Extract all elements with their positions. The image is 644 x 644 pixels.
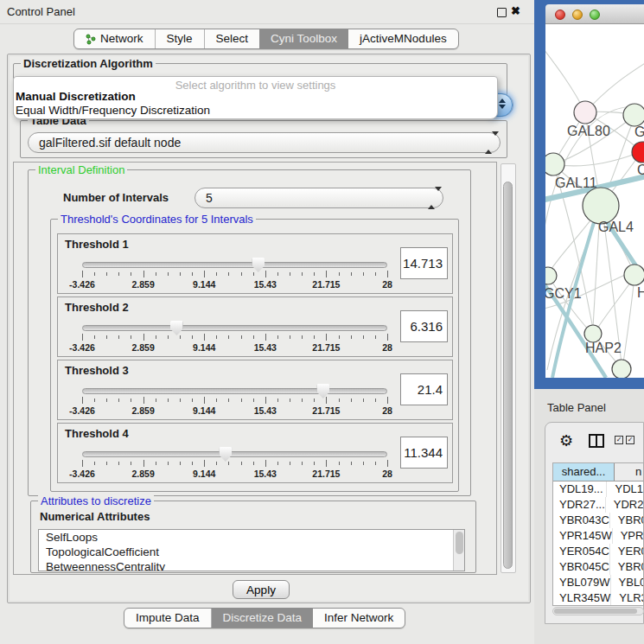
tick-mark	[387, 334, 388, 341]
threshold-slider[interactable]: -3.4262.8599.14415.4321.71528	[82, 322, 387, 354]
tick-mark	[339, 399, 340, 402]
attributes-listbox[interactable]: SelfLoopsTopologicalCoefficientBetweenne…	[38, 529, 465, 571]
tab-network[interactable]: Network	[74, 29, 156, 48]
threshold-value[interactable]: 11.344	[400, 437, 448, 469]
tab-style[interactable]: Style	[156, 29, 205, 48]
network-node[interactable]	[545, 153, 564, 175]
scale-label: 21.715	[312, 469, 340, 479]
slider-track[interactable]	[82, 451, 387, 457]
column-header-shared[interactable]: shared...	[553, 463, 615, 481]
cell-name[interactable]: YER0	[610, 544, 644, 559]
table-row[interactable]: YBR045CYBR0	[553, 559, 643, 575]
table-row[interactable]: YBL079WYBL0	[553, 575, 643, 590]
checkbox-icon[interactable]: ✓	[626, 436, 634, 444]
float-window-icon[interactable]	[497, 8, 507, 17]
algorithm-option[interactable]: Manual Discretization	[14, 90, 497, 104]
zoom-traffic-light[interactable]	[590, 10, 600, 20]
tick-mark	[339, 462, 340, 465]
attribute-item[interactable]: SelfLoops	[39, 530, 464, 545]
threshold-slider[interactable]: -3.4262.8599.14415.4321.71528	[82, 448, 387, 481]
tick-mark	[94, 272, 95, 276]
tab-select[interactable]: Select	[205, 29, 260, 48]
table-row[interactable]: YBR043CYBR0	[553, 513, 643, 528]
tick-mark	[82, 334, 83, 341]
network-node[interactable]	[545, 267, 557, 284]
table-row[interactable]: YLR345WYLR3	[553, 590, 643, 606]
spinner-stepper[interactable]	[428, 191, 437, 205]
table-data-combobox[interactable]: galFiltered.sif default node	[28, 132, 501, 153]
cell-shared-name[interactable]: YDL19...	[553, 481, 607, 497]
node-label: GAL11	[555, 175, 597, 190]
algorithm-dropdown-popup: Select algorithm to view settings Manual…	[13, 76, 498, 119]
attribute-item[interactable]: BetweennessCentrality	[39, 559, 464, 571]
tab-label: jActiveMNodules	[360, 29, 447, 48]
combobox-stepper[interactable]	[485, 136, 494, 150]
tab-jactivemnodules[interactable]: jActiveMNodules	[348, 29, 458, 48]
list-scrollbar[interactable]	[453, 530, 464, 571]
tab-cyni-toolbox[interactable]: Cyni Toolbox	[259, 29, 348, 48]
minimize-traffic-light[interactable]	[572, 10, 583, 20]
network-window-titlebar[interactable]	[545, 4, 644, 24]
threshold-slider[interactable]: -3.4262.8599.14415.4321.71528	[82, 258, 387, 291]
list-scrollbar-thumb[interactable]	[456, 532, 463, 554]
network-node[interactable]	[624, 265, 644, 285]
network-node[interactable]	[584, 325, 602, 342]
tick-mark	[387, 397, 388, 404]
gear-icon[interactable]: ⚙	[559, 431, 573, 450]
scale-label: 2.859	[131, 342, 154, 353]
threshold-panel: Threshold 4 -3.4262.8599.14415.4321.7152…	[57, 423, 453, 483]
cell-name[interactable]: YDR2	[606, 497, 644, 513]
cell-name[interactable]: YPR1	[613, 528, 644, 544]
table-row[interactable]: YDR27...YDR2	[553, 497, 643, 513]
table-row[interactable]: YPR145WYPR1	[553, 528, 643, 544]
network-node[interactable]	[574, 101, 596, 124]
cell-name[interactable]: YDL1	[607, 481, 643, 497]
network-node[interactable]	[612, 360, 631, 378]
horizontal-scrollbar[interactable]	[552, 607, 644, 615]
table-row[interactable]: YER054CYER0	[553, 544, 643, 559]
network-canvas[interactable]: GAL80GCGAL11GAL4GCY1HHAP2	[545, 24, 644, 378]
cell-name[interactable]: YBR0	[610, 513, 644, 528]
algorithm-option[interactable]: Equal Width/Frequency Discretization	[14, 104, 497, 118]
close-icon[interactable]: ✖	[511, 4, 520, 17]
tick-mark	[265, 334, 266, 341]
scale-label: 15.43	[254, 279, 277, 290]
tab-discretize-data[interactable]: Discretize Data	[212, 609, 314, 628]
column-header-name[interactable]: n	[615, 463, 643, 481]
threshold-value[interactable]: 6.316	[400, 310, 448, 342]
cell-shared-name[interactable]: YER054C	[553, 544, 610, 559]
table-row[interactable]: YDL19...YDL1	[553, 481, 643, 497]
threshold-slider[interactable]: -3.4262.8599.14415.4321.71528	[82, 385, 387, 418]
columns-icon[interactable]	[589, 434, 604, 448]
threshold-value[interactable]: 21.4	[400, 373, 448, 405]
network-node[interactable]	[623, 104, 644, 126]
apply-button[interactable]: Apply	[233, 580, 290, 599]
slider-track[interactable]	[82, 262, 387, 268]
cell-name[interactable]: YLR3	[611, 590, 644, 606]
interval-definition-group: Interval Definition Number of Intervals …	[28, 169, 471, 496]
checkbox-icon[interactable]: ✓	[615, 436, 623, 444]
tick-mark	[253, 462, 254, 465]
network-window: GAL80GCGAL11GAL4GCY1HHAP2	[534, 0, 644, 389]
cell-shared-name[interactable]: YDR27...	[553, 497, 606, 513]
cell-shared-name[interactable]: YBR043C	[553, 513, 610, 528]
threshold-value[interactable]: 14.713	[400, 247, 448, 279]
slider-track[interactable]	[82, 325, 387, 331]
cell-name[interactable]: YBL0	[611, 575, 644, 590]
slider-track[interactable]	[82, 388, 387, 394]
cell-shared-name[interactable]: YPR145W	[553, 528, 613, 544]
tab-infer-network[interactable]: Infer Network	[313, 609, 405, 628]
cell-shared-name[interactable]: YLR345W	[553, 590, 611, 606]
vertical-scrollbar-thumb[interactable]	[503, 182, 513, 569]
network-node[interactable]	[583, 188, 619, 224]
tab-impute-data[interactable]: Impute Data	[124, 609, 212, 628]
number-of-intervals-spinner[interactable]: 5	[194, 188, 443, 208]
close-traffic-light[interactable]	[555, 10, 565, 20]
cell-name[interactable]: YBR0	[610, 559, 644, 575]
vertical-scrollbar[interactable]	[501, 163, 516, 573]
cell-shared-name[interactable]: YBL079W	[553, 575, 611, 590]
horizontal-scrollbar-thumb[interactable]	[554, 609, 637, 614]
tick-mark	[351, 272, 352, 276]
attribute-item[interactable]: TopologicalCoefficient	[39, 545, 464, 559]
cell-shared-name[interactable]: YBR045C	[553, 559, 610, 575]
